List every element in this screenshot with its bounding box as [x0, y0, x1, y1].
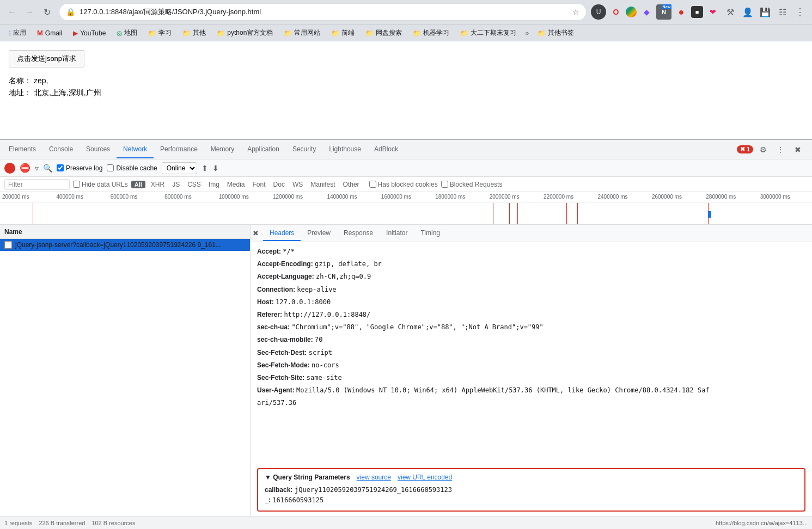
- has-blocked-cookies-label[interactable]: Has blocked cookies: [369, 181, 438, 188]
- bookmark-frontend[interactable]: 📁 前端: [327, 26, 359, 40]
- bookmark-ml[interactable]: 📁 机器学习: [408, 26, 454, 40]
- param-value-callback: jQuery11020592039751924269_1616660593123: [295, 486, 452, 494]
- tl-1800: 1800000 ms: [433, 192, 487, 202]
- bookmark-maps[interactable]: ◎ 地图: [112, 26, 142, 40]
- upload-icon[interactable]: ⬆: [202, 164, 208, 173]
- param-name-underscore: _:: [265, 496, 271, 504]
- bookmark-other-books[interactable]: 📁 其他书签: [533, 26, 578, 40]
- filter-other[interactable]: Other: [341, 180, 362, 189]
- param-name-callback: callback:: [265, 486, 292, 494]
- extension-purple-icon[interactable]: ◆: [639, 4, 654, 20]
- send-jsonp-button[interactable]: 点击发送jsonp请求: [9, 50, 84, 67]
- bookmark-common[interactable]: 📁 常用网站: [279, 26, 325, 40]
- detail-tab-response[interactable]: Response: [337, 226, 380, 241]
- filter-img[interactable]: Img: [206, 180, 222, 189]
- timeline-graph: [0, 203, 812, 225]
- view-source-link[interactable]: view source: [357, 473, 391, 481]
- view-url-encoded-link[interactable]: view URL encoded: [398, 473, 452, 481]
- query-params-title: ▼ Query String Parameters view source vi…: [265, 473, 798, 481]
- extension-dark-icon[interactable]: ■: [691, 6, 703, 18]
- bookmark-apps[interactable]: ⁝ 应用: [4, 26, 30, 40]
- back-button[interactable]: ←: [4, 4, 20, 20]
- extension-puzzle-icon[interactable]: ⚒: [723, 4, 738, 20]
- filter-media[interactable]: Media: [225, 180, 247, 189]
- hide-data-urls-checkbox[interactable]: [73, 181, 80, 188]
- extension-person-icon[interactable]: 👤: [740, 4, 755, 20]
- tab-performance[interactable]: Performance: [154, 141, 204, 158]
- record-button[interactable]: [4, 163, 15, 174]
- request-row[interactable]: jQuery-jsonp-server?callback=jQuery11020…: [0, 239, 250, 251]
- detail-tab-preview[interactable]: Preview: [301, 226, 337, 241]
- filter-ws[interactable]: WS: [290, 180, 305, 189]
- extension-colorful-icon[interactable]: [626, 7, 637, 17]
- extension-pink-icon[interactable]: ❤: [705, 4, 721, 20]
- blocked-requests-checkbox[interactable]: [441, 181, 448, 188]
- header-name-accept-encoding: Accept-Encoding:: [257, 260, 313, 268]
- header-sec-fetch-site: Sec-Fetch-Site: same-site: [257, 373, 805, 383]
- settings-icon[interactable]: ⚙: [755, 142, 771, 157]
- extension-save-icon[interactable]: 💾: [758, 4, 773, 20]
- bookmark-youtube-label: YouTube: [80, 29, 106, 37]
- star-icon[interactable]: ☆: [572, 8, 579, 16]
- filter-button[interactable]: ▿: [35, 164, 39, 173]
- detail-close-button[interactable]: ✖: [253, 229, 259, 237]
- has-blocked-cookies-checkbox[interactable]: [369, 181, 376, 188]
- filter-js[interactable]: JS: [170, 180, 182, 189]
- filter-css[interactable]: CSS: [185, 180, 203, 189]
- more-menu-icon[interactable]: ⋮: [792, 4, 808, 20]
- hide-data-urls-label[interactable]: Hide data URLs: [73, 181, 128, 188]
- download-icon[interactable]: ⬇: [212, 164, 219, 173]
- filter-all-badge[interactable]: All: [131, 181, 145, 188]
- tab-memory[interactable]: Memory: [204, 141, 241, 158]
- tab-sources[interactable]: Sources: [80, 141, 117, 158]
- tab-elements[interactable]: Elements: [2, 141, 42, 158]
- detail-tab-initiator[interactable]: Initiator: [380, 226, 414, 241]
- filter-doc[interactable]: Doc: [271, 180, 287, 189]
- tab-adblock[interactable]: AdBlock: [368, 141, 405, 158]
- clear-button[interactable]: ⛔: [20, 163, 30, 173]
- bookmark-study[interactable]: 📁 学习: [144, 26, 176, 40]
- refresh-button[interactable]: ↻: [39, 4, 54, 20]
- header-value-user-agent: Mozilla/5.0 (Windows NT 10.0; Win64; x64…: [296, 386, 710, 394]
- header-name-referer: Referer:: [257, 311, 282, 318]
- more-devtools-icon[interactable]: ⋮: [773, 142, 788, 157]
- header-connection: Connection: keep-alive: [257, 285, 805, 295]
- extension-red-icon[interactable]: ●: [674, 4, 689, 20]
- tab-network[interactable]: Network: [117, 141, 154, 158]
- filter-input[interactable]: [4, 179, 70, 190]
- forward-button[interactable]: →: [22, 4, 37, 20]
- blocked-requests-label[interactable]: Blocked Requests: [441, 181, 503, 188]
- profile-icon[interactable]: U: [591, 4, 606, 20]
- tab-lighthouse[interactable]: Lighthouse: [322, 141, 368, 158]
- url-hint: https://blog.csdn.cn/w/ajax=4113...: [716, 520, 808, 526]
- tab-console[interactable]: Console: [42, 141, 80, 158]
- bookmark-gmail[interactable]: M Gmail: [33, 27, 66, 39]
- tab-application[interactable]: Application: [241, 141, 286, 158]
- bookmark-other1[interactable]: 📁 其他: [178, 26, 210, 40]
- search-button[interactable]: 🔍: [43, 164, 52, 173]
- disable-cache-label[interactable]: Disable cache: [107, 164, 157, 172]
- tab-security[interactable]: Security: [286, 141, 322, 158]
- extension-opera-icon[interactable]: O: [608, 4, 624, 20]
- extension-new-icon[interactable]: N New: [656, 4, 671, 20]
- header-value-referer: http://127.0.0.1:8848/: [284, 311, 370, 318]
- filter-manifest[interactable]: Manifest: [308, 180, 337, 189]
- bookmark-pan[interactable]: 📁 网盘搜索: [361, 26, 406, 40]
- disable-cache-checkbox[interactable]: [107, 164, 114, 171]
- preserve-log-label[interactable]: Preserve log: [57, 164, 102, 172]
- requests-header: Name: [0, 225, 250, 239]
- close-devtools-icon[interactable]: ✖: [790, 142, 805, 157]
- folder-pan-icon: 📁: [365, 29, 374, 37]
- extension-grid-icon[interactable]: ☷: [775, 4, 790, 20]
- address-bar[interactable]: 🔒 127.0.0.1:8848/ajax/同源策略/JSONP/3.jQuer…: [59, 3, 587, 21]
- header-accept-encoding: Accept-Encoding: gzip, deflate, br: [257, 259, 805, 269]
- detail-tab-timing[interactable]: Timing: [414, 226, 447, 241]
- detail-tab-headers[interactable]: Headers: [263, 226, 301, 241]
- bookmark-python[interactable]: 📁 python官方文档: [212, 26, 277, 40]
- bookmark-youtube[interactable]: ▶ YouTube: [69, 27, 110, 39]
- preserve-log-checkbox[interactable]: [57, 164, 64, 171]
- throttle-select[interactable]: Online: [162, 162, 197, 174]
- filter-xhr[interactable]: XHR: [149, 180, 167, 189]
- bookmark-review[interactable]: 📁 大二下期末复习: [456, 26, 521, 40]
- filter-font[interactable]: Font: [251, 180, 268, 189]
